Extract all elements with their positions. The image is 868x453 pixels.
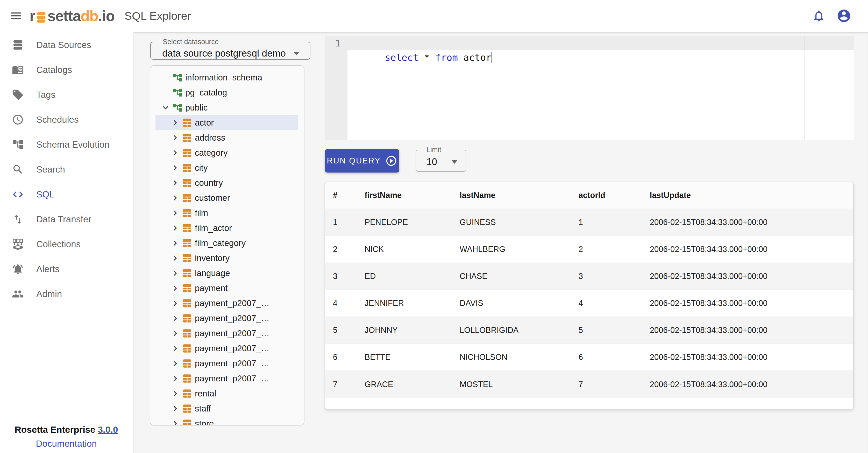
tree-expand-icon[interactable] [170,358,182,369]
tree-expand-icon[interactable] [170,117,182,128]
run-query-button[interactable]: RUN QUERY [325,149,399,173]
notifications-bell-icon[interactable] [812,9,826,23]
tree-item-label: staff [195,404,211,414]
tree-expand-icon[interactable] [170,253,182,263]
table-cell: WAHLBERG [452,236,571,263]
tree-expand-icon[interactable] [170,373,182,384]
tree-node-icon [182,117,192,128]
tree-item[interactable]: customer [155,191,298,205]
tree-item[interactable]: staff [155,401,298,416]
sidebar-item-collections[interactable]: Collections [0,232,133,257]
sidebar-item-label: Admin [36,289,62,299]
sidebar-item-icon [12,39,24,51]
sidebar-item-schema-evolution[interactable]: Schema Evolution [0,132,133,157]
table-cell: 7 [571,371,642,398]
table-cell: 1 [325,209,357,236]
tree-expand-icon[interactable] [170,388,182,399]
sidebar-item-label: Schedules [36,114,79,125]
sidebar-item-schedules[interactable]: Schedules [0,107,133,132]
tree-item[interactable]: category [155,145,298,160]
tree-node-icon [182,313,192,323]
sidebar-item-data-transfer[interactable]: Data Transfer [0,207,133,232]
version-link[interactable]: 3.0.0 [98,424,118,434]
tree-item[interactable]: public [155,100,298,115]
tree-item[interactable]: film_category [155,235,298,251]
sidebar-item-tags[interactable]: Tags [0,82,133,107]
sidebar-item-alerts[interactable]: Alerts [0,257,133,282]
tree-item[interactable]: store [155,416,298,425]
table-cell: 1 [571,209,642,236]
tree-item[interactable]: inventory [155,251,298,266]
logo-text-db: db [81,7,98,24]
tree-expand-icon[interactable] [160,73,172,83]
sidebar-item-search[interactable]: Search [0,157,133,182]
tree-item[interactable]: language [155,266,298,281]
tree-item[interactable]: information_schema [155,70,298,85]
sidebar-item-sql[interactable]: SQL [0,182,133,207]
tree-item[interactable]: address [155,130,298,145]
tree-item-label: country [195,178,223,188]
sidebar-item-icon [12,288,24,300]
tree-expand-icon[interactable] [170,238,182,248]
sidebar-item-data-sources[interactable]: Data Sources [0,32,133,57]
tree-item[interactable]: film_actor [155,221,298,235]
app-bar: rsettadb.io SQL Explorer [0,0,868,32]
tree-expand-icon[interactable] [170,148,182,158]
table-cell: JENNIFER [357,290,452,317]
table-cell: 2006-02-15T08:34:33.000+00:00 [642,344,853,371]
tree-expand-icon[interactable] [170,403,182,414]
table-cell: 6 [571,344,642,371]
tree-item[interactable]: payment_p2007_… [155,326,298,341]
tree-expand-icon[interactable] [170,343,182,353]
editor-code-line[interactable]: select * from actor [351,36,492,50]
tree-expand-icon[interactable] [170,283,182,293]
documentation-link[interactable]: Documentation [36,438,97,449]
tree-item[interactable]: pg_catalog [155,85,298,100]
tree-expand-icon[interactable] [160,87,172,98]
tree-expand-icon[interactable] [170,223,182,233]
tree-node-icon [182,373,192,384]
tree-item[interactable]: actor [155,115,298,130]
tree-item[interactable]: country [155,175,298,191]
tree-expand-icon[interactable] [170,178,182,188]
tree-item[interactable]: payment [155,281,298,296]
tree-expand-icon[interactable] [170,268,182,278]
tree-expand-icon[interactable] [170,193,182,203]
tree-item[interactable]: payment_p2007_… [155,356,298,371]
tree-expand-icon[interactable] [170,208,182,218]
sidebar-item-icon [12,64,24,76]
tree-expand-icon[interactable] [170,298,182,309]
tree-expand-icon[interactable] [170,419,182,425]
sidebar-item-icon [12,114,24,125]
tree-item[interactable]: payment_p2007_… [155,296,298,311]
table-cell: 5 [325,317,357,344]
tree-expand-icon[interactable] [170,313,182,323]
user-avatar[interactable] [836,8,851,23]
schema-tree: information_schema pg_catalog public act… [150,70,304,425]
tree-item[interactable]: film [155,205,298,221]
tree-expand-icon[interactable] [160,103,172,113]
tree-item[interactable]: payment_p2007_… [155,311,298,326]
column-header: actorId [571,182,642,209]
limit-select[interactable]: Limit 10 [415,146,466,172]
tree-item[interactable]: payment_p2007_… [155,341,298,356]
table-cell: 3 [325,263,357,290]
menu-icon[interactable] [9,9,23,23]
tree-item[interactable]: rental [155,386,298,401]
column-header: lastUpdate [642,182,853,209]
tree-item[interactable]: city [155,160,298,175]
page-title: SQL Explorer [124,9,191,22]
datasource-select[interactable]: Select datasource data source postgresql… [150,38,310,60]
schema-tree-panel: information_schema pg_catalog public act… [150,65,305,425]
results-table: #firstNamelastNameactorIdlastUpdate 1PEN… [325,182,853,398]
sql-editor[interactable]: 1 select * from actor [325,36,854,140]
results-card: #firstNamelastNameactorIdlastUpdate 1PEN… [325,181,854,410]
tree-expand-icon[interactable] [170,328,182,339]
tree-item-label: information_schema [185,73,262,83]
datasource-select-value: data source postgresql demo [162,48,293,59]
tree-expand-icon[interactable] [170,163,182,173]
sidebar-item-admin[interactable]: Admin [0,282,133,306]
sidebar-item-catalogs[interactable]: Catalogs [0,57,133,82]
tree-expand-icon[interactable] [170,133,182,143]
tree-item[interactable]: payment_p2007_… [155,371,298,386]
